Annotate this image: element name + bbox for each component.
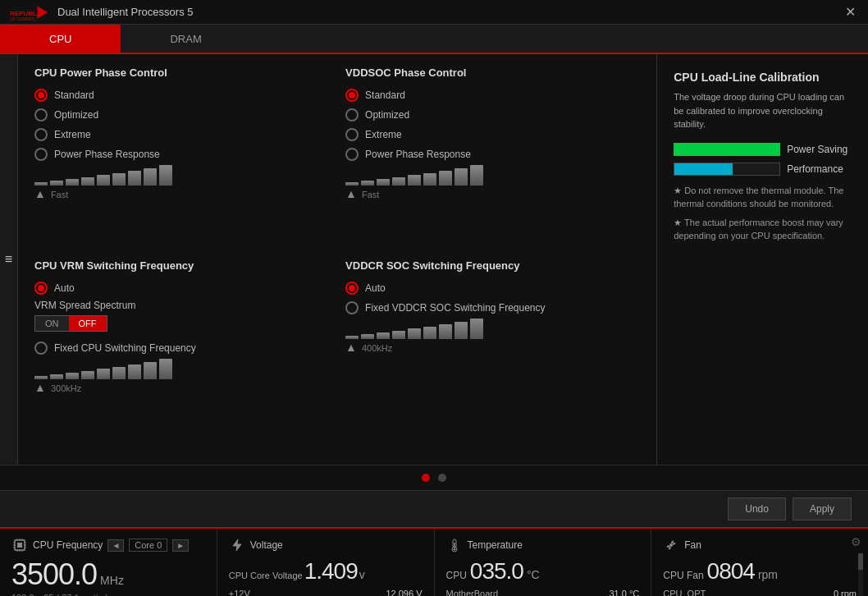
dbar2 (361, 334, 374, 339)
cpu-freq-sub: 100.0 x 35 ( 37.1 watts ) (11, 593, 205, 596)
vddsoc-phase-extreme[interactable]: Extreme (345, 128, 640, 141)
page-dot-2[interactable] (438, 474, 446, 482)
vddcr-auto-radio[interactable] (345, 282, 359, 295)
voltage-header: Voltage (229, 537, 423, 553)
cpu-phase-extreme[interactable]: Extreme (34, 128, 329, 141)
vddsoc-phase-extreme-label: Extreme (365, 129, 402, 140)
vddcr-fixed[interactable]: Fixed VDDCR SOC Switching Frequency (345, 301, 640, 314)
vddsoc-phase-standard-label: Standard (365, 89, 405, 101)
vddsoc-phase-response-radio[interactable] (345, 148, 359, 161)
cpu-phase-slider[interactable] (34, 165, 329, 186)
vddsoc-phase-optimized[interactable]: Optimized (345, 108, 640, 121)
voltage-rows: +12V 12.096 V +5V 4.960 V +3.3V 3.328 V … (229, 588, 423, 596)
cpu-phase-extreme-radio[interactable] (34, 128, 48, 141)
vrm-auto[interactable]: Auto (34, 282, 329, 295)
cpu-fan-value: 0804 (707, 560, 755, 583)
vddcr-soc-section: VDDCR SOC Switching Frequency Auto Fixed… (345, 259, 640, 440)
vddsoc-phase-standard[interactable]: Standard (345, 89, 640, 102)
cpu-core-voltage-row: CPU Core Voltage 1.409 v (229, 560, 423, 583)
cpu-phase-optimized-radio[interactable] (34, 108, 48, 121)
fan-rows: CPU_OPT 0 rpm Chassis Fan 1 0 rpm Chassi… (663, 588, 857, 596)
tab-dram[interactable]: DRAM (121, 25, 250, 53)
main-content: ≡ CPU Power Phase Control Standard Optim… (0, 54, 868, 465)
cpu-phase-optimized[interactable]: Optimized (34, 108, 329, 121)
fan-header: Fan ⚙ (663, 537, 857, 553)
vrm-spread-on[interactable]: ON (35, 316, 69, 331)
llc-bar-label-performance: Performance (787, 163, 843, 175)
vddcr-fixed-radio[interactable] (345, 301, 359, 314)
vrm-auto-label: Auto (54, 282, 75, 294)
cpu-temp-value: 035.0 (470, 560, 523, 583)
sbar6 (112, 173, 126, 186)
vddsoc-phase-response[interactable]: Power Phase Response (345, 148, 640, 161)
apply-button[interactable]: Apply (793, 497, 852, 520)
vrm-fixed[interactable]: Fixed CPU Switching Frequency (34, 342, 329, 355)
vddsoc-phase-extreme-radio[interactable] (345, 128, 359, 141)
fan-section: Fan ⚙ CPU Fan 0804 rpm CPU_OPT 0 rpm Cha… (651, 529, 868, 596)
gear-icon[interactable]: ⚙ (851, 535, 861, 548)
sidebar-toggle[interactable]: ≡ (0, 54, 18, 465)
dbar5 (408, 328, 421, 339)
vddsoc-phase-optimized-label: Optimized (365, 109, 409, 121)
undo-button[interactable]: Undo (728, 497, 786, 520)
temp-rows: MotherBoard 31.0 °C CPU Package 45.0 °C … (446, 588, 640, 596)
cpu-phase-standard[interactable]: Standard (34, 89, 329, 102)
rog-logo: REPUBLIC OF GAMERS (8, 4, 49, 21)
cpu-phase-response-radio[interactable] (34, 148, 48, 161)
llc-desc: The voltage droop during CPU loading can… (674, 90, 852, 131)
svg-point-23 (669, 543, 673, 547)
cpu-core-next[interactable]: ► (172, 539, 189, 552)
fbar8 (144, 362, 157, 379)
close-button[interactable]: ✕ (841, 4, 860, 20)
sbar3 (66, 179, 79, 186)
scrollbar (858, 553, 863, 596)
vddcr-auto[interactable]: Auto (345, 282, 640, 295)
vsbar3 (377, 179, 390, 186)
cpu-fan-label: CPU Fan (663, 570, 703, 581)
dbar1 (345, 336, 359, 339)
tab-cpu[interactable]: CPU (0, 25, 121, 53)
svg-marker-18 (233, 539, 241, 551)
vsbar9 (470, 165, 483, 186)
settings-panel: CPU Power Phase Control Standard Optimiz… (18, 54, 656, 465)
vsbar8 (455, 168, 468, 186)
vddsoc-phase-slider[interactable] (345, 165, 640, 186)
page-dots (0, 465, 868, 490)
fan-icon (663, 537, 679, 553)
cpu-core-prev[interactable]: ◄ (107, 539, 124, 552)
dbar4 (392, 331, 405, 339)
sbar1 (34, 182, 48, 186)
page-dot-1[interactable] (422, 474, 430, 482)
cpu-freq-header: CPU Frequency ◄ Core 0 ► (11, 537, 205, 553)
temp-icon (446, 537, 463, 553)
vsbar5 (408, 175, 421, 186)
cpu-temp-label: CPU (446, 570, 467, 581)
cpu-freq-label: CPU Frequency (33, 539, 103, 551)
cpu-vrm-freq-section: CPU VRM Switching Frequency Auto VRM Spr… (34, 259, 329, 440)
vrm-fixed-radio[interactable] (34, 342, 48, 355)
vrm-spread-label: VRM Spread Spectrum (34, 300, 329, 311)
tab-bar: CPU DRAM (0, 25, 868, 54)
cpu-core-label: Core 0 (129, 539, 167, 552)
llc-notes: ★ Do not remove the thermal module. The … (674, 184, 852, 243)
vddcr-soc-slider[interactable] (345, 319, 640, 339)
llc-bar-performance: Performance (674, 163, 852, 176)
cpu-phase-standard-radio[interactable] (34, 89, 48, 102)
vddsoc-phase-standard-radio[interactable] (345, 89, 359, 102)
cpu-temp-unit: °C (527, 568, 540, 581)
cpu-vrm-freq-options: Auto (34, 282, 329, 295)
cpu-phase-response[interactable]: Power Phase Response (34, 148, 329, 161)
vddsoc-phase-title: VDDSOC Phase Control (345, 66, 640, 79)
vrm-spread-off[interactable]: OFF (69, 316, 107, 331)
vrm-freq-slider[interactable] (34, 359, 329, 379)
t-label-0: MotherBoard (446, 589, 499, 596)
llc-bar-label-power-saving: Power Saving (787, 144, 847, 155)
cpu-core-voltage-unit: v (359, 568, 365, 581)
vsbar1 (345, 182, 359, 186)
vsbar7 (439, 171, 452, 186)
sbar4 (81, 177, 94, 186)
vrm-auto-radio[interactable] (34, 282, 48, 295)
vrm-spread-toggle[interactable]: ON OFF (34, 315, 107, 332)
vddsoc-phase-optimized-radio[interactable] (345, 108, 359, 121)
f-value-0: 0 rpm (834, 589, 857, 596)
